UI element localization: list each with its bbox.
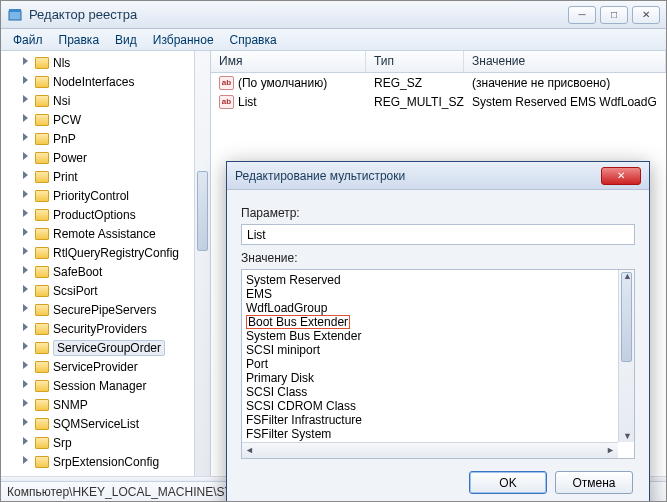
multistring-line[interactable]: SCSI Class [246, 385, 630, 399]
expander-icon[interactable] [23, 399, 28, 407]
editor-hscrollbar[interactable]: ◄ ► [242, 442, 618, 458]
multistring-line[interactable]: System Reserved [246, 273, 630, 287]
multistring-line[interactable]: FSFilter System [246, 427, 630, 441]
expander-icon[interactable] [23, 76, 28, 84]
folder-icon [35, 285, 49, 297]
expander-icon[interactable] [23, 285, 28, 293]
tree-item[interactable]: ServiceProvider [1, 357, 210, 376]
close-button[interactable]: ✕ [632, 6, 660, 24]
tree-item[interactable]: RtlQueryRegistryConfig [1, 243, 210, 262]
folder-icon [35, 228, 49, 240]
expander-icon[interactable] [23, 247, 28, 255]
dialog-close-button[interactable]: ✕ [601, 167, 641, 185]
expander-icon[interactable] [23, 228, 28, 236]
multistring-line[interactable]: SCSI CDROM Class [246, 399, 630, 413]
multistring-line[interactable]: Primary Disk [246, 371, 630, 385]
folder-icon [35, 95, 49, 107]
expander-icon[interactable] [23, 266, 28, 274]
tree-item[interactable]: Session Manager [1, 376, 210, 395]
tree-item[interactable]: SQMServiceList [1, 414, 210, 433]
column-value[interactable]: Значение [464, 51, 666, 72]
expander-icon[interactable] [23, 114, 28, 122]
menu-file[interactable]: Файл [5, 31, 51, 49]
menu-view[interactable]: Вид [107, 31, 145, 49]
tree-item[interactable]: SecurePipeServers [1, 300, 210, 319]
multistring-editor[interactable]: System ReservedEMSWdfLoadGroupBoot Bus E… [241, 269, 635, 459]
tree-item-label: PnP [53, 132, 76, 146]
folder-icon [35, 57, 49, 69]
tree-item[interactable]: Nls [1, 53, 210, 72]
value-label: Значение: [241, 251, 635, 265]
tree-item[interactable]: SafeBoot [1, 262, 210, 281]
column-name[interactable]: Имя [211, 51, 366, 72]
maximize-button[interactable]: □ [600, 6, 628, 24]
expander-icon[interactable] [23, 380, 28, 388]
expander-icon[interactable] [23, 418, 28, 426]
value-type: REG_MULTI_SZ [366, 95, 464, 109]
expander-icon[interactable] [23, 437, 28, 445]
tree-item-label: SNMP [53, 398, 88, 412]
string-value-icon: ab [219, 76, 234, 90]
menu-help[interactable]: Справка [222, 31, 285, 49]
tree-item[interactable]: PnP [1, 129, 210, 148]
tree-item[interactable]: NodeInterfaces [1, 72, 210, 91]
value-row[interactable]: ab(По умолчанию)REG_SZ(значение не присв… [211, 73, 666, 92]
multistring-line[interactable]: Boot Bus Extender [246, 315, 630, 329]
editor-scroll-thumb[interactable] [621, 272, 632, 362]
tree-item[interactable]: Remote Assistance [1, 224, 210, 243]
minimize-button[interactable]: ─ [568, 6, 596, 24]
value-row[interactable]: abListREG_MULTI_SZSystem Reserved EMS Wd… [211, 92, 666, 111]
tree-item-label: RtlQueryRegistryConfig [53, 246, 179, 260]
expander-icon[interactable] [23, 304, 28, 312]
tree-item[interactable]: ServiceGroupOrder [1, 338, 210, 357]
menu-edit[interactable]: Правка [51, 31, 108, 49]
tree-item[interactable]: PriorityControl [1, 186, 210, 205]
param-field[interactable] [241, 224, 635, 245]
folder-icon [35, 190, 49, 202]
expander-icon[interactable] [23, 456, 28, 464]
expander-icon[interactable] [23, 152, 28, 160]
multistring-line[interactable]: SCSI miniport [246, 343, 630, 357]
ok-button[interactable]: OK [469, 471, 547, 494]
multistring-line[interactable]: FSFilter Infrastructure [246, 413, 630, 427]
svg-rect-0 [9, 11, 21, 20]
expander-icon[interactable] [23, 95, 28, 103]
tree-item[interactable]: SecurityProviders [1, 319, 210, 338]
tree-item[interactable]: ScsiPort [1, 281, 210, 300]
column-type[interactable]: Тип [366, 51, 464, 72]
expander-icon[interactable] [23, 323, 28, 331]
tree-item-label: Print [53, 170, 78, 184]
menu-favorites[interactable]: Избранное [145, 31, 222, 49]
tree-item[interactable]: Print [1, 167, 210, 186]
expander-icon[interactable] [23, 133, 28, 141]
tree-item[interactable]: Srp [1, 433, 210, 452]
tree-item[interactable]: SrpExtensionConfig [1, 452, 210, 471]
dialog-titlebar[interactable]: Редактирование мультистроки ✕ [227, 162, 649, 190]
tree-item-label: SrpExtensionConfig [53, 455, 159, 469]
editor-vscrollbar[interactable]: ▲ ▼ [618, 270, 634, 442]
multistring-line[interactable]: WdfLoadGroup [246, 301, 630, 315]
expander-icon[interactable] [23, 57, 28, 65]
expander-icon[interactable] [23, 171, 28, 179]
expander-icon[interactable] [23, 209, 28, 217]
multistring-line[interactable]: EMS [246, 287, 630, 301]
svg-rect-1 [9, 9, 21, 12]
value-name: List [238, 95, 257, 109]
tree-item-label: SecurePipeServers [53, 303, 156, 317]
cancel-button[interactable]: Отмена [555, 471, 633, 494]
multistring-line[interactable]: System Bus Extender [246, 329, 630, 343]
tree-pane[interactable]: NlsNodeInterfacesNsiPCWPnPPowerPrintPrio… [1, 51, 211, 476]
tree-item[interactable]: PCW [1, 110, 210, 129]
value-data: (значение не присвоено) [464, 76, 666, 90]
folder-icon [35, 266, 49, 278]
expander-icon[interactable] [23, 361, 28, 369]
tree-item-label: SafeBoot [53, 265, 102, 279]
column-headers[interactable]: Имя Тип Значение [211, 51, 666, 73]
expander-icon[interactable] [23, 190, 28, 198]
tree-item[interactable]: Power [1, 148, 210, 167]
tree-item[interactable]: ProductOptions [1, 205, 210, 224]
expander-icon[interactable] [23, 342, 28, 350]
tree-item[interactable]: SNMP [1, 395, 210, 414]
tree-item[interactable]: Nsi [1, 91, 210, 110]
multistring-line[interactable]: Port [246, 357, 630, 371]
